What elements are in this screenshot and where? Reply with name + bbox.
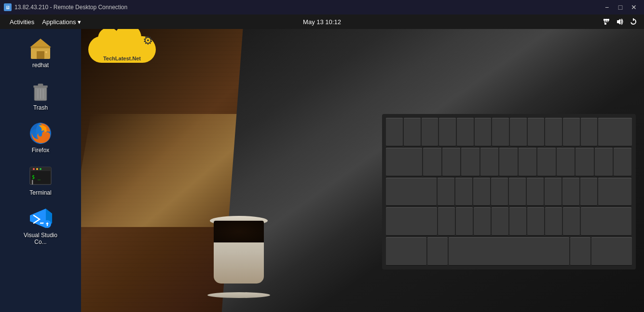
rdp-content: Activities Applications ▾ May 13 10:12 — [0, 14, 644, 312]
desktop: redhat — [0, 29, 644, 312]
cup-body — [214, 221, 264, 284]
trash-icon — [29, 79, 52, 102]
desktop-icon-trash[interactable]: Trash — [14, 76, 67, 114]
svg-rect-12 — [37, 51, 44, 59]
close-button[interactable]: ✕ — [628, 2, 640, 12]
applications-menu[interactable]: Applications ▾ — [38, 14, 85, 29]
firefox-icon — [29, 122, 52, 145]
svg-rect-3 — [604, 23, 606, 25]
logo-text: TechLatest.Net — [86, 56, 158, 61]
power-tray-icon[interactable] — [629, 17, 638, 27]
trash-label: Trash — [33, 104, 48, 111]
title-bar-controls: − □ ✕ — [601, 2, 640, 12]
minimize-button[interactable]: − — [601, 2, 613, 12]
gear-icon: ⚙ — [143, 34, 153, 47]
svg-rect-0 — [603, 19, 605, 21]
network-tray-icon[interactable] — [602, 17, 611, 27]
desktop-icon-terminal[interactable]: $ _ ▌ Terminal — [14, 161, 67, 199]
applications-label: Applications — [42, 18, 76, 26]
svg-text:▌: ▌ — [31, 180, 34, 184]
volume-tray-icon[interactable] — [615, 17, 625, 27]
vscode-label: Visual Studio Co... — [17, 232, 64, 245]
system-tray — [602, 17, 638, 27]
clock: May 13 10:12 — [303, 18, 341, 26]
tech-logo-cloud: ⚙ TechLatest.Net — [86, 31, 158, 65]
wallpaper: ⚙ TechLatest.Net — [81, 29, 644, 312]
gnome-topbar: Activities Applications ▾ May 13 10:12 — [0, 14, 644, 29]
cup-base — [207, 292, 270, 298]
home-folder-icon — [29, 37, 52, 60]
svg-point-26 — [33, 168, 35, 170]
svg-rect-1 — [605, 19, 607, 21]
desktop-icon-redhat[interactable]: redhat — [14, 34, 67, 71]
title-bar-text: 13.82.43.210 - Remote Desktop Connection — [14, 4, 601, 11]
svg-rect-13 — [31, 46, 50, 48]
tech-logo: ⚙ TechLatest.Net — [86, 31, 158, 65]
rdp-icon: 🖥 — [4, 3, 12, 11]
svg-point-14 — [45, 51, 47, 53]
desktop-icon-vscode[interactable]: Visual Studio Co... — [14, 204, 67, 248]
applications-arrow: ▾ — [78, 18, 81, 26]
desktop-icon-firefox[interactable]: Firefox — [14, 119, 67, 156]
svg-text:$ _: $ _ — [32, 174, 41, 180]
laptop-area — [222, 29, 644, 312]
svg-marker-11 — [30, 39, 51, 47]
redhat-label: redhat — [32, 62, 49, 69]
terminal-icon: $ _ ▌ — [29, 164, 52, 187]
sidebar: redhat — [0, 29, 81, 312]
restore-button[interactable]: □ — [614, 2, 627, 12]
coffee-cup-area — [205, 216, 273, 298]
svg-point-27 — [36, 168, 38, 170]
title-bar: 🖥 13.82.43.210 - Remote Desktop Connecti… — [0, 0, 644, 14]
coffee-surface — [214, 221, 264, 242]
svg-rect-2 — [607, 19, 609, 21]
keyboard — [382, 114, 635, 269]
svg-rect-20 — [38, 84, 43, 86]
terminal-label: Terminal — [29, 189, 51, 196]
svg-point-28 — [40, 168, 41, 170]
firefox-label: Firefox — [32, 147, 50, 154]
activities-button[interactable]: Activities — [6, 14, 38, 29]
vscode-icon — [29, 207, 52, 230]
